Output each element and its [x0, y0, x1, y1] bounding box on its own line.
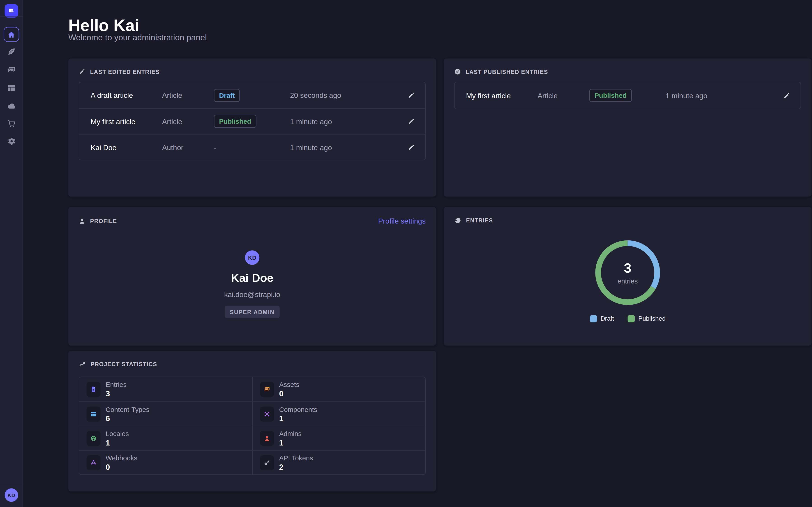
last-published-entries-card: LAST PUBLISHED ENTRIES My first article …: [444, 58, 812, 196]
last-published-header: LAST PUBLISHED ENTRIES: [454, 68, 801, 75]
pencil-icon: [408, 144, 415, 151]
media-library-icon: [6, 65, 16, 74]
stat-label: Content-Types: [106, 405, 149, 413]
strapi-admin-dashboard: KD Hello Kai Welcome to your administrat…: [0, 0, 812, 507]
profile-email: kai.doe@strapi.io: [224, 290, 281, 298]
pencil-icon: [408, 92, 415, 99]
sidebar-item-content-type-builder[interactable]: [6, 83, 16, 93]
stat-value: 1: [279, 438, 302, 447]
file-icon: [86, 382, 100, 397]
stat-label: Webhooks: [106, 454, 137, 462]
status-badge: Published: [214, 115, 256, 128]
card-title: LAST EDITED ENTRIES: [90, 68, 159, 75]
entries-chart-icon: [454, 217, 461, 224]
layout-icon: [86, 406, 100, 421]
entry-name: Kai Doe: [91, 143, 162, 152]
legend-label: Published: [638, 315, 666, 322]
strapi-logo-icon: [8, 7, 15, 14]
stat-value: 0: [106, 462, 137, 471]
stat-label: Components: [279, 405, 317, 413]
pencil-icon: [783, 92, 790, 99]
page-title: Hello Kai: [68, 16, 139, 35]
last-published-table: My first article Article Published 1 min…: [454, 82, 801, 109]
entry-time: 1 minute ago: [290, 143, 385, 152]
chart-legend: Draft Published: [444, 315, 812, 322]
status-badge: Draft: [214, 89, 240, 102]
card-title: PROJECT STATISTICS: [91, 361, 157, 368]
components-icon: [260, 406, 274, 421]
stat-locales: Locales 1: [79, 426, 252, 450]
last-edited-entries-card: LAST EDITED ENTRIES A draft article Arti…: [68, 58, 436, 196]
table-row[interactable]: Kai Doe Author - 1 minute ago: [79, 134, 425, 160]
entries-header: ENTRIES: [454, 217, 801, 224]
project-statistics-header: PROJECT STATISTICS: [79, 360, 425, 368]
table-row[interactable]: A draft article Article Draft 20 seconds…: [79, 82, 425, 108]
entry-time: 1 minute ago: [665, 91, 760, 100]
strapi-logo[interactable]: [5, 4, 18, 17]
stat-label: Assets: [279, 381, 299, 389]
role-badge: SUPER ADMIN: [225, 306, 280, 318]
page-subtitle: Welcome to your administration panel: [68, 33, 207, 42]
sidebar-item-deploy[interactable]: [6, 101, 16, 111]
stat-admins: Admins 1: [252, 426, 425, 450]
sidebar-item-media-library[interactable]: [6, 65, 16, 74]
card-title: PROFILE: [90, 218, 117, 224]
entry-type: Article: [538, 91, 590, 100]
sidebar-divider-top: [0, 16, 23, 16]
entry-type: Article: [162, 117, 214, 125]
stat-value: 3: [106, 389, 126, 398]
main-content: Hello Kai Welcome to your administration…: [23, 0, 812, 507]
stat-api-tokens: API Tokens 2: [252, 450, 425, 474]
profile-name: Kai Doe: [231, 272, 273, 285]
profile-avatar: KD: [245, 250, 259, 265]
sidebar-user-avatar[interactable]: KD: [5, 488, 18, 502]
card-title: ENTRIES: [466, 217, 493, 224]
profile-settings-link[interactable]: Profile settings: [378, 217, 425, 225]
stat-components: Components 1: [252, 402, 425, 426]
sidebar-item-settings[interactable]: [6, 136, 16, 146]
stat-label: API Tokens: [279, 454, 313, 462]
entries-card: ENTRIES 3 entries Draft: [444, 207, 812, 345]
status-empty: -: [214, 143, 290, 152]
globe-icon: [86, 431, 100, 446]
profile-card: PROFILE Profile settings KD Kai Doe kai.…: [68, 207, 436, 345]
key-icon: [260, 455, 274, 470]
stat-webhooks: Webhooks 0: [79, 450, 252, 474]
sidebar-item-content-manager[interactable]: [6, 47, 16, 56]
sidebar-item-marketplace[interactable]: [6, 119, 16, 128]
status-badge: Published: [590, 89, 632, 102]
project-statistics-card: PROJECT STATISTICS Entries 3: [68, 351, 436, 492]
sidebar-divider-bottom: [0, 484, 23, 484]
entry-name: A draft article: [91, 91, 162, 99]
entry-time: 1 minute ago: [290, 117, 385, 125]
stat-value: 1: [106, 438, 129, 447]
stat-label: Entries: [106, 381, 126, 389]
published-swatch: [627, 315, 635, 322]
edit-entry-button[interactable]: [406, 116, 417, 127]
table-row[interactable]: My first article Article Published 1 min…: [455, 82, 801, 109]
edit-entry-button[interactable]: [781, 90, 793, 101]
admin-user-icon: [260, 431, 274, 446]
pencil-icon: [79, 68, 86, 75]
legend-item-draft: Draft: [590, 315, 614, 322]
table-row[interactable]: My first article Article Published 1 min…: [79, 108, 425, 134]
pencil-icon: [408, 118, 415, 125]
legend-item-published: Published: [627, 315, 666, 322]
cart-icon: [6, 119, 16, 128]
entry-type: Article: [162, 91, 214, 99]
cloud-icon: [6, 101, 16, 111]
sidebar-item-home[interactable]: [3, 27, 19, 42]
check-circle-icon: [454, 68, 461, 75]
edit-entry-button[interactable]: [406, 142, 417, 153]
entries-count: 3: [624, 260, 631, 276]
home-icon: [7, 30, 15, 39]
profile-header: PROFILE Profile settings: [79, 217, 425, 225]
last-edited-header: LAST EDITED ENTRIES: [79, 68, 425, 75]
stat-label: Locales: [106, 430, 129, 437]
stat-value: 2: [279, 462, 313, 471]
entry-name: My first article: [466, 91, 538, 100]
edit-entry-button[interactable]: [406, 90, 417, 101]
entries-donut-chart: 3 entries: [591, 236, 664, 309]
entry-time: 20 seconds ago: [290, 91, 385, 99]
profile-body: KD Kai Doe kai.doe@strapi.io SUPER ADMIN: [68, 250, 436, 318]
